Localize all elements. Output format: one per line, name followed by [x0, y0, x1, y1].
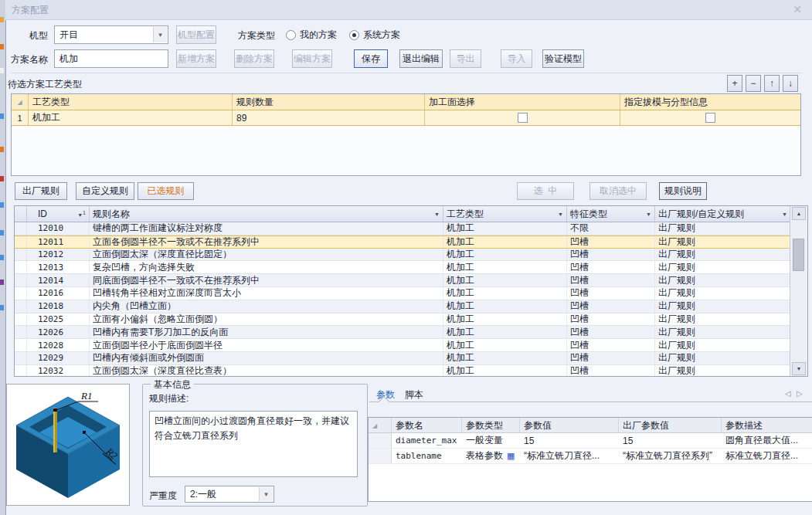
cell[interactable]: 立面各倒圆半径不一致或不在推荐系列中	[90, 236, 443, 248]
cell[interactable]: 机加工	[443, 352, 567, 364]
move-down-button[interactable]: ↓	[783, 75, 798, 92]
rules-table-row[interactable]: 12010键槽的两工作面建议标注对称度机加工不限出厂规则	[15, 222, 807, 235]
cell[interactable]: 机加工	[443, 222, 567, 235]
selected-rules-button[interactable]: 已选规则	[138, 182, 194, 200]
cell[interactable]: 标准立铣刀直径...	[722, 449, 812, 463]
cell[interactable]: 圆角直径最大值...	[722, 433, 812, 448]
import-button[interactable]: 导入	[501, 49, 532, 68]
cell[interactable]: “标准立铣刀直径系列”	[619, 449, 722, 463]
cell[interactable]: 凹槽内有倾斜面或外倒圆面	[90, 352, 443, 364]
cell[interactable]: 不限	[567, 222, 655, 235]
cell[interactable]: 出厂规则	[655, 365, 790, 377]
factory-rules-button[interactable]: 出厂规则	[15, 182, 67, 200]
cell[interactable]: 机加工	[443, 274, 567, 286]
edit-scheme-button[interactable]: 编辑方案	[292, 49, 332, 68]
cell[interactable]: 12025	[27, 313, 90, 326]
cell[interactable]: 出厂规则	[655, 326, 790, 338]
cell[interactable]: 12026	[27, 326, 90, 338]
cell[interactable]: 表格参数▦	[462, 449, 520, 463]
cell[interactable]	[15, 326, 27, 338]
cell[interactable]: 出厂规则	[655, 339, 790, 351]
table-param-icon[interactable]: ▦	[507, 451, 515, 461]
cell[interactable]	[15, 222, 27, 235]
cell[interactable]: 12011	[27, 236, 90, 248]
rules-table-row[interactable]: 12011立面各倒圆半径不一致或不在推荐系列中机加工凹槽出厂规则	[15, 235, 807, 249]
rules-table-row[interactable]: 12032立面倒圆太深（深度直径比查表）机加工凹槽出厂规则	[15, 365, 807, 377]
sort-desc-icon[interactable]: ▼1	[77, 210, 86, 218]
radio-my-scheme[interactable]: 我的方案	[286, 29, 337, 42]
cell[interactable]: 键槽的两工作面建议标注对称度	[90, 222, 443, 235]
cell[interactable]	[15, 236, 27, 248]
cell[interactable]: 12016	[27, 287, 90, 300]
cell[interactable]: 15	[520, 433, 619, 448]
rules-table-row[interactable]: 12016凹槽转角半径相对立面深度而言太小机加工凹槽出厂规则	[15, 287, 807, 300]
cell[interactable]: 凹槽	[567, 326, 655, 338]
chevron-down-icon[interactable]: ▾	[153, 27, 167, 42]
cell[interactable]	[15, 274, 27, 286]
cell[interactable]	[15, 261, 27, 273]
cell[interactable]: 凹槽	[567, 352, 655, 364]
add-row-button[interactable]: +	[727, 75, 742, 92]
cell[interactable]: 出厂规则	[655, 313, 790, 326]
exit-edit-button[interactable]: 退出编辑	[399, 49, 443, 68]
cell[interactable]: 出厂规则	[655, 222, 790, 235]
cell[interactable]: 立面有小偏斜（忽略立面倒圆）	[90, 313, 443, 326]
scroll-up-icon[interactable]: ▲	[792, 207, 806, 220]
scroll-down-icon[interactable]: ▼	[792, 362, 806, 375]
process-col-header[interactable]: 工艺类型 ▼	[443, 206, 567, 222]
selector-col-header[interactable]	[15, 206, 27, 222]
cell[interactable]	[15, 300, 27, 313]
source-col-header[interactable]: 出厂规则/自定义规则 ▼	[655, 206, 790, 222]
cell[interactable]: 12028	[27, 339, 90, 351]
cell[interactable]	[15, 313, 27, 326]
cell[interactable]: 出厂规则	[655, 287, 790, 300]
tab-script[interactable]: 脚本	[405, 388, 423, 401]
cell[interactable]: 凹槽	[567, 287, 655, 300]
params-table-row[interactable]: diameter_max一般变量1515圆角直径最大值...	[369, 433, 812, 449]
cell[interactable]: 内尖角（凹槽立面）	[90, 300, 443, 313]
severity-combobox[interactable]: 2:一般 ▾	[185, 486, 274, 503]
filter-icon[interactable]: ▼	[434, 212, 440, 217]
cell[interactable]: 复杂凹槽，方向选择失败	[90, 261, 443, 273]
cell[interactable]: 立面倒圆太深（深度直径比查表）	[90, 365, 443, 377]
cell[interactable]: 机加工	[443, 261, 567, 273]
col-header[interactable]: 规则数量	[233, 94, 425, 110]
corner-triangle-icon[interactable]: ◢	[12, 94, 29, 110]
machine-type-combobox[interactable]: 开目 ▾	[54, 25, 168, 44]
cell[interactable]: 凹槽转角半径相对立面深度而言太小	[90, 287, 443, 300]
cell[interactable]	[369, 433, 392, 448]
cell[interactable]: 机加工	[443, 339, 567, 351]
name-col-header[interactable]: 规则名称 ▼	[90, 206, 443, 222]
rules-table-row[interactable]: 12028立面倒圆半径小于底面倒圆半径机加工凹槽出厂规则	[15, 339, 807, 352]
process-table-row[interactable]: 1 机加工 89	[12, 110, 800, 126]
save-button[interactable]: 保存	[354, 49, 388, 68]
col-header[interactable]: 参数类型	[462, 418, 520, 432]
cell[interactable]: 凹槽	[567, 274, 655, 286]
col-header[interactable]: 参数名	[392, 418, 462, 432]
col-header[interactable]: 参数描述	[722, 418, 812, 432]
rule-info-button[interactable]: 规则说明	[659, 182, 707, 200]
cell[interactable]: 12018	[27, 300, 90, 313]
close-icon[interactable]: ✕	[793, 3, 802, 15]
rules-table-row[interactable]: 12025立面有小偏斜（忽略立面倒圆）机加工凹槽出厂规则	[15, 313, 807, 327]
filter-icon[interactable]: ▼	[558, 212, 563, 217]
cell[interactable]: 出厂规则	[655, 300, 790, 313]
cell[interactable]	[15, 365, 27, 377]
cell[interactable]: 出厂规则	[655, 352, 790, 364]
rule-description-textarea[interactable]: 凹槽立面间的小过渡圆角直径最好一致，并建议符合立铣刀直径系列	[149, 411, 358, 477]
filter-icon[interactable]: ▼	[782, 212, 787, 217]
cell[interactable]: 凹槽	[567, 300, 655, 313]
scrollbar-thumb[interactable]	[793, 239, 804, 271]
id-col-header[interactable]: ID ▼1	[27, 206, 90, 222]
col-header[interactable]: 参数值	[520, 418, 619, 432]
cell[interactable]: 出厂规则	[655, 249, 790, 261]
cell[interactable]	[15, 352, 27, 364]
cell[interactable]: 机加工	[443, 300, 567, 313]
tab-prev-icon[interactable]: ◁	[785, 389, 791, 398]
selector-col-header[interactable]: ◢	[369, 418, 392, 432]
cell[interactable]	[15, 287, 27, 300]
cell[interactable]: 机加工	[443, 249, 567, 261]
rules-table-row[interactable]: 12026凹槽内有需要T形刀加工的反向面机加工凹槽出厂规则	[15, 326, 807, 339]
col-header[interactable]: 出厂参数值	[619, 418, 722, 432]
cell[interactable]: 机加工	[443, 326, 567, 338]
